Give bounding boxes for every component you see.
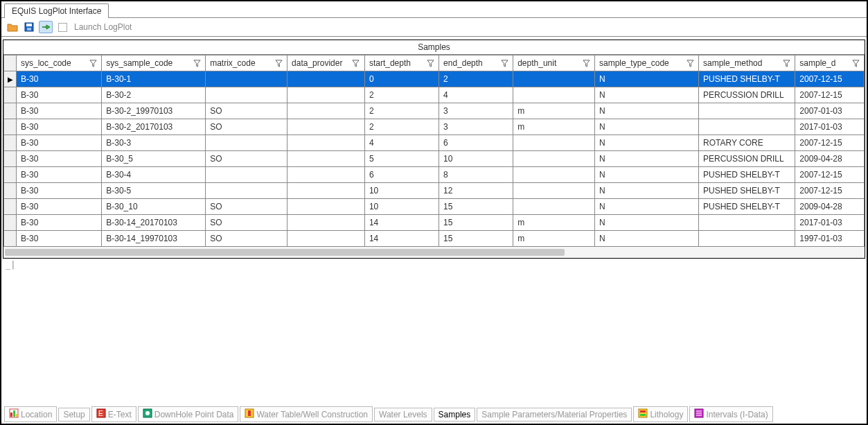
cell-matrix_code[interactable] (206, 71, 287, 87)
cell-sample_d[interactable]: 2007-12-15 (795, 183, 865, 199)
cell-sample_d[interactable]: 2009-04-28 (795, 151, 865, 167)
cell-sample_method[interactable] (699, 103, 795, 119)
cell-sample_d[interactable]: 2007-12-15 (795, 87, 865, 103)
cell-end_depth[interactable]: 15 (439, 231, 513, 247)
row-header[interactable] (4, 119, 17, 135)
cell-end_depth[interactable]: 3 (439, 119, 513, 135)
cell-start_depth[interactable]: 14 (364, 231, 439, 247)
cell-depth_unit[interactable] (513, 151, 595, 167)
tab-samples[interactable]: Samples (434, 408, 476, 422)
cell-end_depth[interactable]: 12 (439, 183, 513, 199)
row-header[interactable] (4, 71, 17, 87)
cell-sample_d[interactable]: 2007-12-15 (795, 71, 865, 87)
cell-sample_method[interactable]: PERCUSSION DRILL (699, 87, 795, 103)
cell-matrix_code[interactable] (206, 167, 287, 183)
cell-data_provider[interactable] (287, 135, 365, 151)
cell-sys_sample_code[interactable]: B-30-2_20170103 (102, 119, 206, 135)
save-button[interactable] (22, 21, 36, 33)
cell-end_depth[interactable]: 15 (439, 199, 513, 215)
cell-end_depth[interactable]: 10 (439, 151, 513, 167)
cell-end_depth[interactable]: 4 (439, 87, 513, 103)
cell-end_depth[interactable]: 2 (439, 71, 513, 87)
cell-sys_sample_code[interactable]: B-30-14_19970103 (102, 231, 206, 247)
cell-depth_unit[interactable]: m (513, 231, 595, 247)
cell-sample_d[interactable]: 2007-12-15 (795, 167, 865, 183)
filter-icon[interactable] (274, 59, 283, 67)
cell-data_provider[interactable] (287, 71, 365, 87)
tab-lithology[interactable]: Lithology (633, 406, 688, 422)
cell-matrix_code[interactable]: SO (206, 199, 287, 215)
tab-intervals-i-data-[interactable]: Intervals (I-Data) (689, 406, 772, 422)
cell-sample_method[interactable]: PUSHED SHELBY-T (699, 167, 795, 183)
filter-icon[interactable] (89, 59, 97, 67)
cell-data_provider[interactable] (287, 103, 365, 119)
cell-sample_method[interactable]: PERCUSSION DRILL (699, 151, 795, 167)
cell-sys_sample_code[interactable]: B-30-2 (102, 87, 206, 103)
cell-start_depth[interactable]: 2 (364, 103, 439, 119)
cell-sample_type_code[interactable]: N (595, 167, 699, 183)
filter-icon[interactable] (851, 59, 860, 67)
row-header[interactable] (4, 183, 17, 199)
row-header[interactable] (4, 135, 17, 151)
cell-data_provider[interactable] (287, 167, 365, 183)
cell-sample_method[interactable] (699, 231, 795, 247)
cell-depth_unit[interactable] (513, 183, 595, 199)
cell-sys_sample_code[interactable]: B-30-5 (102, 183, 206, 199)
tab-location[interactable]: Location (4, 406, 57, 422)
cell-depth_unit[interactable]: m (513, 215, 595, 231)
table-row[interactable]: B-30B-30-51012NPUSHED SHELBY-T2007-12-15 (4, 183, 865, 199)
column-header-sample_type_code[interactable]: sample_type_code (595, 55, 699, 71)
cell-sys_sample_code[interactable]: B-30-2_19970103 (102, 103, 206, 119)
cell-sample_d[interactable]: 1997-01-03 (795, 231, 865, 247)
cell-sample_type_code[interactable]: N (595, 151, 699, 167)
cell-matrix_code[interactable]: SO (206, 231, 287, 247)
row-header[interactable] (4, 167, 17, 183)
app-title-tab[interactable]: EQuIS LogPlot Interface (4, 3, 109, 18)
cell-sample_type_code[interactable]: N (595, 231, 699, 247)
grid-scroll[interactable]: sys_loc_codesys_sample_codematrix_codeda… (3, 55, 865, 247)
filter-icon[interactable] (352, 59, 360, 67)
cell-depth_unit[interactable] (513, 199, 595, 215)
row-header[interactable] (4, 103, 17, 119)
cell-data_provider[interactable] (287, 199, 365, 215)
cell-sys_loc_code[interactable]: B-30 (17, 87, 102, 103)
tab-sample-parameters-material-properties[interactable]: Sample Parameters/Material Properties (477, 408, 632, 422)
cell-sys_loc_code[interactable]: B-30 (17, 135, 102, 151)
cell-sample_type_code[interactable]: N (595, 135, 699, 151)
horizontal-scrollbar[interactable] (5, 249, 565, 256)
cell-sys_loc_code[interactable]: B-30 (17, 151, 102, 167)
column-header-sample_method[interactable]: sample_method (699, 55, 795, 71)
tab-setup[interactable]: Setup (58, 408, 89, 422)
column-header-sys_sample_code[interactable]: sys_sample_code (102, 55, 206, 71)
cell-start_depth[interactable]: 5 (364, 151, 439, 167)
cell-matrix_code[interactable] (206, 87, 287, 103)
cell-data_provider[interactable] (287, 215, 365, 231)
cell-depth_unit[interactable]: m (513, 103, 595, 119)
cell-sample_d[interactable]: 2009-04-28 (795, 199, 865, 215)
cell-data_provider[interactable] (287, 151, 365, 167)
cell-sample_method[interactable]: ROTARY CORE (699, 135, 795, 151)
cell-matrix_code[interactable] (206, 135, 287, 151)
cell-sample_type_code[interactable]: N (595, 215, 699, 231)
cell-start_depth[interactable]: 0 (364, 71, 439, 87)
cell-start_depth[interactable]: 2 (364, 119, 439, 135)
table-row[interactable]: B-30B-30-468NPUSHED SHELBY-T2007-12-15 (4, 167, 865, 183)
cell-sample_d[interactable]: 2017-01-03 (795, 215, 865, 231)
cell-sys_loc_code[interactable]: B-30 (17, 183, 102, 199)
column-header-sample_d[interactable]: sample_d (795, 55, 865, 71)
column-header-depth_unit[interactable]: depth_unit (513, 55, 595, 71)
column-header-end_depth[interactable]: end_depth (439, 55, 513, 71)
cell-depth_unit[interactable]: m (513, 119, 595, 135)
table-row[interactable]: B-30B-30-346NROTARY CORE2007-12-15 (4, 135, 865, 151)
cell-data_provider[interactable] (287, 231, 365, 247)
cell-sample_method[interactable] (699, 215, 795, 231)
cell-sys_sample_code[interactable]: B-30-1 (102, 71, 206, 87)
cell-sample_method[interactable]: PUSHED SHELBY-T (699, 183, 795, 199)
cell-matrix_code[interactable]: SO (206, 215, 287, 231)
table-row[interactable]: B-30B-30-2_19970103SO23mN2007-01-03 (4, 103, 865, 119)
cell-start_depth[interactable]: 10 (364, 199, 439, 215)
filter-icon[interactable] (782, 59, 790, 67)
table-row[interactable]: B-30B-30-14_19970103SO1415mN1997-01-03 (4, 231, 865, 247)
cell-matrix_code[interactable]: SO (206, 119, 287, 135)
cell-sample_d[interactable]: 2007-12-15 (795, 135, 865, 151)
